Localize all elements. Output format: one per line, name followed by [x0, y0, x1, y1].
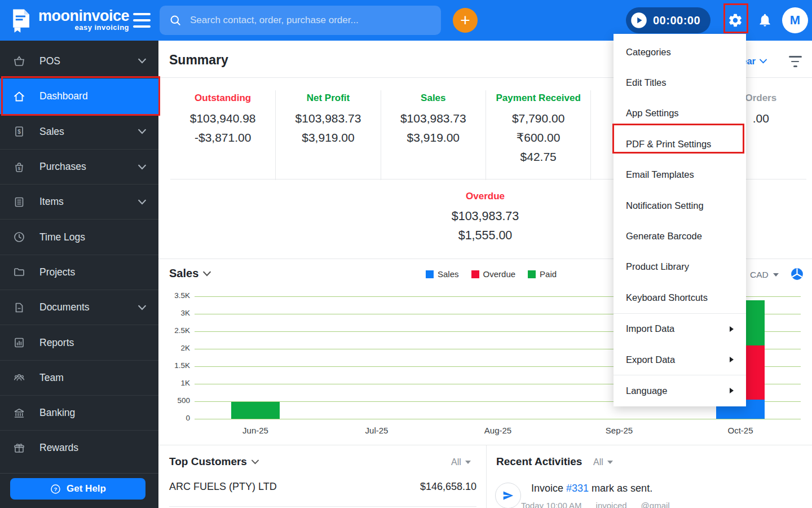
- menu-item-label: Categories: [626, 47, 671, 58]
- sidebar-divider: [0, 473, 158, 474]
- activity-icon-circle: [495, 483, 521, 508]
- chart-title-label: Sales: [169, 267, 198, 280]
- sidebar-item-time-logs[interactable]: Time Logs: [0, 219, 158, 254]
- stat-label: Payment Received: [489, 93, 587, 104]
- sidebar-item-items[interactable]: Items: [0, 184, 158, 219]
- recent-activities-filter[interactable]: All: [593, 457, 613, 467]
- stat-sales: Sales $103,983.73 $3,919.00: [381, 90, 486, 180]
- filter-icon[interactable]: [788, 56, 802, 67]
- settings-gear-button[interactable]: [727, 12, 743, 28]
- menu-item-app-settings[interactable]: App Settings: [614, 98, 746, 129]
- page-title: Summary: [169, 52, 228, 68]
- sidebar-item-label: Sales: [39, 126, 138, 138]
- menu-item-label: Product Library: [626, 261, 689, 272]
- activity-text: Invoice #331 mark as sent.: [531, 483, 670, 494]
- timer-widget[interactable]: 00:00:00: [626, 7, 710, 33]
- menu-item-email-templates[interactable]: Email Templates: [614, 160, 746, 190]
- submenu-arrow-icon: [730, 357, 734, 362]
- stat-label: Outstanding: [174, 93, 272, 104]
- y-axis-tick-label: 2K: [163, 344, 190, 352]
- menu-item-label: App Settings: [626, 108, 679, 119]
- chart-title-selector[interactable]: Sales: [169, 267, 211, 280]
- caret-down-icon: [607, 461, 613, 464]
- brand-name: mooninvoice: [38, 7, 129, 24]
- legend-sales[interactable]: Sales: [426, 269, 459, 279]
- get-help-label: Get Help: [67, 483, 106, 494]
- filter-label: All: [451, 457, 461, 467]
- sidebar-item-dashboard[interactable]: Dashboard: [0, 78, 158, 113]
- menu-item-product-library[interactable]: Product Library: [614, 252, 746, 282]
- menu-item-generate-barcode[interactable]: Generate Barcode: [614, 221, 746, 251]
- y-axis-tick-label: 0: [163, 414, 190, 422]
- chevron-down-icon: [138, 129, 146, 134]
- stat-net-profit: Net Profit $103,983.73 $3,919.00: [275, 90, 380, 180]
- currency-selector[interactable]: CAD: [750, 270, 779, 280]
- activity-item[interactable]: Invoice #331 mark as sent. Today 10:00 A…: [495, 483, 670, 508]
- legend-swatch-paid: [528, 270, 536, 278]
- submenu-arrow-icon: [730, 388, 734, 393]
- pie-chart-toggle-button[interactable]: [790, 267, 804, 281]
- chevron-down-icon: [138, 58, 146, 64]
- menu-item-language[interactable]: Language: [614, 375, 746, 406]
- add-new-button[interactable]: +: [453, 8, 478, 33]
- menu-item-export-data[interactable]: Export Data: [614, 344, 746, 375]
- sidebar-nav: POS Dashboard Sales Purchases Items: [0, 43, 158, 466]
- caret-down-icon: [465, 461, 471, 464]
- send-icon: [502, 490, 514, 501]
- sidebar-item-sales[interactable]: Sales: [0, 114, 158, 149]
- menu-item-import-data[interactable]: Import Data: [614, 314, 746, 344]
- sidebar-item-label: Banking: [39, 407, 146, 419]
- sidebar-item-rewards[interactable]: Rewards: [0, 430, 158, 465]
- menu-item-label: Export Data: [626, 354, 675, 365]
- menu-item-edit-titles[interactable]: Edit Titles: [614, 67, 746, 98]
- chart-card-bottom-divider: [158, 445, 812, 445]
- notifications-button[interactable]: [757, 12, 773, 28]
- hamburger-menu-icon[interactable]: [133, 13, 151, 28]
- menu-item-keyboard-shortcuts[interactable]: Keyboard Shortcuts: [614, 282, 746, 313]
- sidebar-item-team[interactable]: Team: [0, 360, 158, 395]
- pie-chart-icon: [790, 267, 804, 281]
- stat-value: $7,790.00: [489, 109, 587, 128]
- top-customers-filter[interactable]: All: [451, 457, 471, 467]
- legend-overdue[interactable]: Overdue: [471, 269, 516, 279]
- menu-item-pdf-print-settings[interactable]: PDF & Print Settings: [614, 129, 746, 159]
- menu-item-label: Edit Titles: [626, 77, 667, 88]
- menu-item-label: Language: [626, 386, 667, 396]
- menu-item-label: Notification Setting: [626, 200, 704, 211]
- menu-item-label: Import Data: [626, 323, 674, 334]
- stat-value: $42.75: [489, 147, 587, 167]
- get-help-button[interactable]: Get Help: [10, 478, 145, 500]
- menu-item-notification-setting[interactable]: Notification Setting: [614, 190, 746, 221]
- folder-icon: [12, 265, 26, 279]
- settings-dropdown-menu: Categories Edit Titles App Settings PDF …: [614, 34, 746, 406]
- sidebar-item-purchases[interactable]: Purchases: [0, 149, 158, 184]
- shopping-bag-icon: [12, 160, 26, 174]
- chevron-down-icon: [138, 199, 146, 205]
- brand-logo[interactable]: mooninvoice easy invoicing: [8, 7, 129, 33]
- sidebar-item-label: Time Logs: [39, 231, 146, 243]
- user-avatar[interactable]: M: [782, 7, 808, 33]
- play-icon[interactable]: [630, 12, 647, 29]
- home-icon: [12, 90, 26, 103]
- search-input[interactable]: [190, 15, 432, 26]
- menu-item-label: Keyboard Shortcuts: [626, 292, 708, 303]
- sidebar-item-projects[interactable]: Projects: [0, 255, 158, 290]
- customer-name: ARC FUELS (PTY) LTD: [169, 481, 277, 493]
- sidebar-item-banking[interactable]: Banking: [0, 395, 158, 430]
- stat-payment-received: Payment Received $7,790.00 ₹600.00 $42.7…: [486, 90, 590, 180]
- sidebar-item-documents[interactable]: Documents: [0, 290, 158, 325]
- stat-value: -$3,871.00: [174, 128, 272, 147]
- top-customers-header[interactable]: Top Customers: [169, 456, 259, 468]
- sidebar-item-pos[interactable]: POS: [0, 43, 158, 78]
- bottom-cards-divider: [486, 445, 487, 508]
- x-axis-tick-label: Sep-25: [582, 426, 656, 435]
- stat-value: $103,983.73: [279, 109, 377, 128]
- menu-item-categories[interactable]: Categories: [614, 37, 746, 67]
- sidebar-item-reports[interactable]: Reports: [0, 325, 158, 360]
- customer-row[interactable]: ARC FUELS (PTY) LTD $146,658.10: [169, 481, 476, 507]
- invoice-number-link[interactable]: #331: [566, 483, 589, 494]
- sidebar: POS Dashboard Sales Purchases Items: [0, 41, 158, 508]
- x-axis-tick-label: Oct-25: [704, 426, 777, 435]
- legend-paid[interactable]: Paid: [528, 269, 557, 279]
- bar-chart-icon: [12, 336, 26, 349]
